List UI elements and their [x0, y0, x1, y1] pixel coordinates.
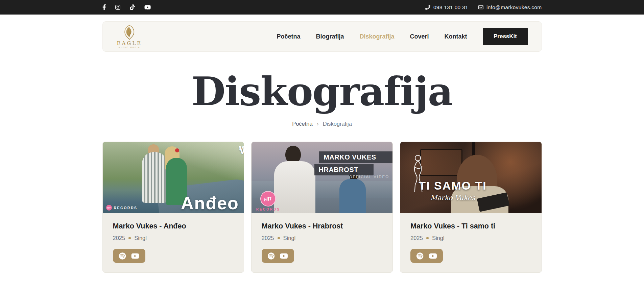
eagle-emblem-icon [123, 25, 136, 40]
youtube-icon [131, 252, 139, 260]
release-year: 2025 [262, 235, 274, 241]
phone-link[interactable]: 098 131 00 31 [425, 4, 468, 10]
release-card-hrabrost: MARKO VUKES HRABROST OFFICIAL VIDEO HIT … [251, 142, 393, 273]
header: EAGLE MUSIC MEDIA Početna Biografija Dis… [102, 15, 542, 52]
release-meta: 2025 Singl [410, 235, 531, 241]
streaming-links [410, 249, 443, 263]
nav-item-coveri[interactable]: Coveri [410, 33, 429, 40]
spotify-icon [268, 252, 275, 260]
nav-item-diskografija[interactable]: Diskografija [359, 33, 394, 40]
youtube-icon [280, 252, 288, 260]
spotify-icon [416, 252, 423, 260]
spotify-icon [119, 252, 126, 260]
presskit-button[interactable]: PressKit [483, 28, 528, 45]
youtube-link-button[interactable] [280, 252, 288, 260]
spotify-link-button[interactable] [119, 252, 126, 260]
youtube-icon[interactable] [144, 4, 151, 10]
release-meta: 2025 Singl [113, 235, 234, 241]
streaming-links [262, 249, 294, 263]
breadcrumb: Početna › Diskografija [102, 120, 542, 127]
breadcrumb-current: Diskografija [323, 121, 352, 127]
cover-image-ti-samo-ti[interactable]: TI SAMO TI Marko Vukes [400, 142, 541, 213]
facebook-icon[interactable] [102, 4, 106, 10]
cover-art-man-head [285, 146, 301, 163]
nav-item-kontakt[interactable]: Kontakt [445, 33, 467, 40]
streaming-links [113, 249, 145, 263]
release-title[interactable]: Marko Vukes - Hrabrost [262, 222, 382, 230]
cover-art-woman [339, 179, 366, 213]
record-label-badge: HIT RECORDS [106, 205, 138, 211]
hit-records-icon: HIT [259, 190, 277, 208]
phone-icon [425, 5, 430, 10]
release-card-andeo: MARKO VUKES Anđeo HIT RECORDS Marko Vuke… [102, 142, 244, 273]
record-label-badge: HIT RECORDS [256, 191, 280, 211]
instagram-icon[interactable] [115, 4, 120, 10]
youtube-link-button[interactable] [429, 252, 437, 260]
dot-separator-icon [128, 237, 131, 239]
dot-separator-icon [426, 237, 429, 239]
spotify-link-button[interactable] [268, 252, 275, 260]
logo-tagline: MUSIC MEDIA [119, 47, 140, 49]
logo-text: EAGLE [117, 41, 142, 46]
nav-item-pocetna[interactable]: Početna [277, 33, 300, 40]
hit-records-icon: HIT [106, 205, 112, 211]
cover-text-block: TI SAMO TI Marko Vukes [419, 179, 486, 202]
envelope-icon [478, 5, 483, 10]
nav-item-biografija[interactable]: Biografija [316, 33, 344, 40]
social-links [102, 4, 151, 10]
cover-song-title: TI SAMO TI [419, 179, 486, 192]
cover-artist-name: MARKO VUKES [319, 151, 392, 163]
release-year: 2025 [113, 235, 125, 241]
release-type: Singl [432, 235, 445, 241]
email-address: info@markovukes.com [486, 4, 542, 10]
discography-grid: MARKO VUKES Anđeo HIT RECORDS Marko Vuke… [102, 142, 542, 273]
release-type: Singl [134, 235, 147, 241]
phone-number: 098 131 00 31 [433, 4, 468, 10]
release-card-ti-samo-ti: TI SAMO TI Marko Vukes Marko Vukes - Ti … [400, 142, 542, 273]
cover-image-andeo[interactable]: MARKO VUKES Anđeo HIT RECORDS [103, 142, 244, 213]
cover-song-title: HRABROST [314, 164, 374, 175]
release-title[interactable]: Marko Vukes - Ti samo ti [410, 222, 531, 230]
cover-art-man [142, 152, 167, 203]
release-year: 2025 [410, 235, 423, 241]
chevron-right-icon: › [317, 120, 319, 127]
breadcrumb-home[interactable]: Početna [292, 121, 313, 127]
top-bar: 098 131 00 31 info@markovukes.com [0, 0, 644, 15]
official-video-label: OFFICIAL VIDEO [349, 175, 389, 179]
contact-info: 098 131 00 31 info@markovukes.com [425, 4, 542, 10]
cover-image-hrabrost[interactable]: MARKO VUKES HRABROST OFFICIAL VIDEO HIT … [252, 142, 392, 213]
site-logo[interactable]: EAGLE MUSIC MEDIA [117, 25, 142, 49]
youtube-icon [429, 252, 437, 260]
cover-art-man [274, 161, 315, 213]
release-title[interactable]: Marko Vukes - Anđeo [113, 222, 234, 230]
youtube-link-button[interactable] [131, 252, 139, 260]
dot-separator-icon [278, 237, 280, 239]
release-type: Singl [283, 235, 296, 241]
page-title: Diskografija [102, 68, 542, 115]
cover-artist-script: Marko Vukes [419, 194, 486, 202]
cover-song-title: Anđeo [181, 193, 239, 213]
main-nav: Početna Biografija Diskografija Coveri K… [277, 33, 467, 40]
spotify-link-button[interactable] [416, 252, 423, 260]
release-meta: 2025 Singl [262, 235, 382, 241]
tiktok-icon[interactable] [130, 4, 135, 10]
email-link[interactable]: info@markovukes.com [478, 4, 542, 10]
